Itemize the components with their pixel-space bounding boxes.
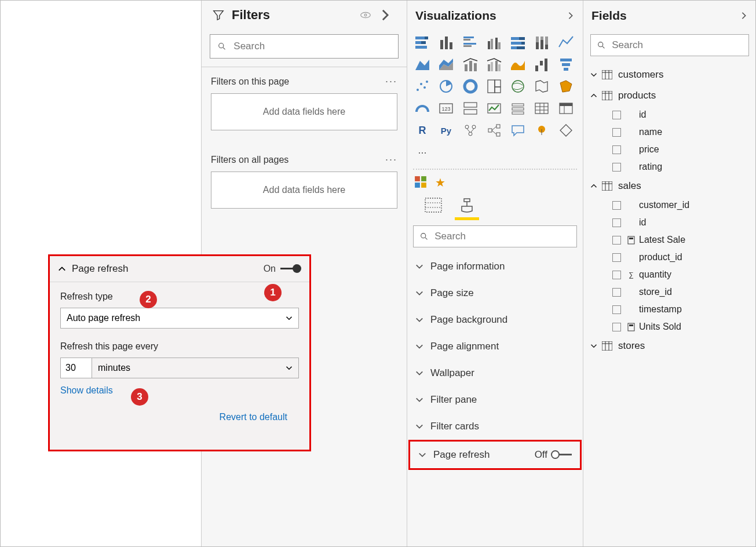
tab-format[interactable]: [458, 198, 476, 218]
viz-kpi-icon[interactable]: [485, 99, 503, 118]
interval-value-input[interactable]: [60, 358, 92, 378]
filters-page-dropzone[interactable]: Add data fields here: [211, 93, 397, 130]
field-table-stores[interactable]: stores: [583, 336, 756, 356]
field-table-products[interactable]: products: [583, 85, 756, 106]
checkbox[interactable]: [612, 323, 621, 331]
viz-slicer-icon[interactable]: [509, 99, 527, 118]
viz-filled-map-icon[interactable]: [532, 77, 551, 96]
fields-collapse-icon[interactable]: [740, 12, 748, 20]
viz-key-influencers-icon[interactable]: [461, 121, 480, 140]
fields-search-input[interactable]: [612, 39, 743, 51]
viz-qa-icon[interactable]: [509, 121, 527, 140]
viz-multi-row-card-icon[interactable]: [461, 99, 480, 118]
viz-map-icon[interactable]: [509, 77, 527, 96]
appsource-icon[interactable]: [414, 176, 427, 188]
refresh-type-select[interactable]: Auto page refresh: [60, 308, 299, 329]
viz-matrix-icon[interactable]: [557, 99, 575, 118]
checkbox[interactable]: [612, 236, 621, 245]
viz-funnel-icon[interactable]: [557, 55, 575, 74]
viz-scatter-icon[interactable]: [413, 77, 432, 96]
viz-pie-icon[interactable]: [437, 77, 455, 96]
filters-all-dropzone[interactable]: Add data fields here: [211, 172, 397, 209]
format-search-input[interactable]: [434, 231, 571, 242]
field-column[interactable]: Units Sold: [583, 318, 756, 336]
fields-search[interactable]: [590, 34, 749, 56]
field-table-sales[interactable]: sales: [583, 176, 756, 196]
filters-all-more-icon[interactable]: ···: [385, 154, 397, 166]
viz-stacked-column-icon[interactable]: [437, 33, 455, 52]
viz-100-stacked-column-icon[interactable]: [532, 33, 551, 52]
checkbox[interactable]: [612, 201, 621, 210]
format-search[interactable]: [413, 225, 577, 247]
field-column[interactable]: ∑price: [583, 141, 756, 158]
format-page-refresh[interactable]: Page refresh Off: [408, 440, 582, 470]
format-page-information[interactable]: Page information: [407, 253, 583, 280]
interval-unit-select[interactable]: minutes: [92, 358, 299, 378]
viz-area-chart-icon[interactable]: [413, 55, 432, 74]
field-column[interactable]: Latest Sale: [583, 231, 756, 249]
field-column[interactable]: ∑rating: [583, 158, 756, 176]
format-filter-pane[interactable]: Filter pane: [407, 386, 583, 413]
viz-treemap-icon[interactable]: [485, 77, 503, 96]
field-column[interactable]: ∑name: [583, 123, 756, 141]
tab-fields[interactable]: [425, 198, 442, 218]
viz-python-visual-icon[interactable]: Py: [437, 121, 455, 140]
viz-r-visual-icon[interactable]: R: [413, 121, 432, 140]
field-column[interactable]: ∑timestamp: [583, 301, 756, 318]
show-details-link[interactable]: Show details: [60, 385, 113, 395]
checkbox[interactable]: [612, 305, 621, 314]
svg-rect-18: [495, 38, 498, 49]
filters-search[interactable]: [210, 34, 399, 59]
viz-arcgis-map-icon[interactable]: [532, 121, 551, 140]
revert-to-default-link[interactable]: Revert to default: [220, 412, 287, 422]
viz-100-stacked-bar-icon[interactable]: [509, 33, 527, 52]
fields-pane: Fields customersproducts∑id∑name∑price∑r…: [583, 1, 756, 546]
filters-search-input[interactable]: [233, 41, 391, 52]
viz-line-stacked-column-icon[interactable]: [461, 55, 480, 74]
format-page-alignment[interactable]: Page alignment: [407, 333, 583, 360]
collapse-pane-icon[interactable]: [379, 9, 392, 21]
field-column[interactable]: ∑id: [583, 214, 756, 231]
viz-shape-map-icon[interactable]: [557, 77, 575, 96]
checkbox[interactable]: [612, 218, 621, 227]
visibility-icon[interactable]: [359, 9, 372, 21]
field-column[interactable]: ∑store_id: [583, 283, 756, 301]
pin-visual-icon[interactable]: ★: [435, 176, 445, 189]
viz-donut-icon[interactable]: [461, 77, 480, 96]
chevron-up-icon[interactable]: [58, 265, 66, 273]
viz-gauge-icon[interactable]: [413, 99, 432, 118]
checkbox[interactable]: [612, 111, 621, 119]
checkbox[interactable]: [612, 163, 621, 172]
format-filter-cards[interactable]: Filter cards: [407, 413, 583, 440]
checkbox[interactable]: [612, 271, 621, 279]
viz-collapse-icon[interactable]: [567, 12, 575, 20]
checkbox[interactable]: [612, 253, 621, 262]
viz-decomposition-tree-icon[interactable]: [485, 121, 503, 140]
viz-power-apps-icon[interactable]: [557, 121, 575, 140]
viz-more-icon[interactable]: ···: [413, 143, 432, 162]
field-column[interactable]: ∑id: [583, 106, 756, 123]
format-page-size[interactable]: Page size: [407, 280, 583, 307]
viz-ribbon-chart-icon[interactable]: [509, 55, 527, 74]
viz-card-icon[interactable]: 123: [437, 99, 455, 118]
checkbox[interactable]: [612, 128, 621, 137]
viz-waterfall-icon[interactable]: [532, 55, 551, 74]
field-column[interactable]: ∑customer_id: [583, 196, 756, 214]
format-wallpaper[interactable]: Wallpaper: [407, 360, 583, 386]
format-page-background[interactable]: Page background: [407, 307, 583, 333]
viz-table-icon[interactable]: [532, 99, 551, 118]
field-table-customers[interactable]: customers: [583, 64, 756, 85]
checkbox[interactable]: [612, 288, 621, 297]
viz-clustered-column-icon[interactable]: [485, 33, 503, 52]
field-column[interactable]: ∑product_id: [583, 249, 756, 266]
filters-page-more-icon[interactable]: ···: [385, 75, 397, 87]
callout-toggle[interactable]: [280, 264, 301, 274]
viz-clustered-bar-icon[interactable]: [461, 33, 480, 52]
checkbox[interactable]: [612, 145, 621, 154]
viz-line-clustered-column-icon[interactable]: [485, 55, 503, 74]
field-column[interactable]: ∑quantity: [583, 266, 756, 283]
viz-stacked-bar-icon[interactable]: [413, 33, 432, 52]
viz-line-chart-icon[interactable]: [557, 33, 575, 52]
viz-stacked-area-icon[interactable]: [437, 55, 455, 74]
page-refresh-toggle[interactable]: [551, 450, 572, 460]
